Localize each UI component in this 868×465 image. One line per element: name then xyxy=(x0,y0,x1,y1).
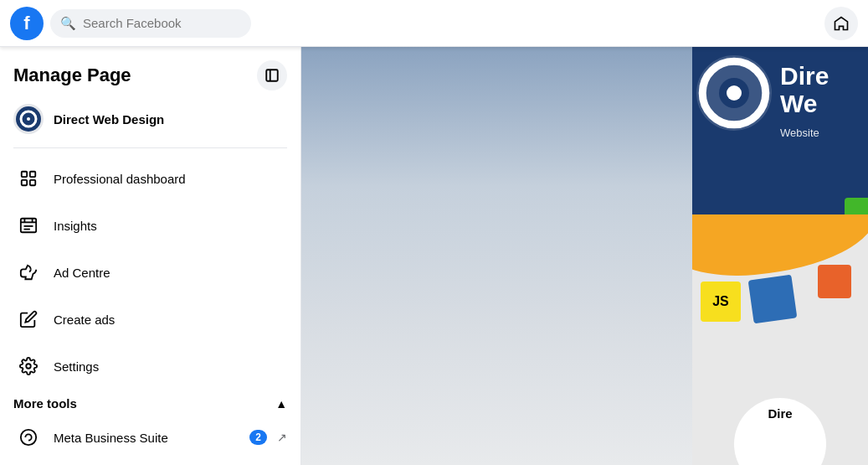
svg-point-18 xyxy=(26,364,31,369)
nav-professional-dashboard[interactable]: Professional dashboard xyxy=(7,155,294,202)
collapse-button[interactable] xyxy=(257,60,287,90)
home-icon xyxy=(833,15,850,32)
bottom-circle-text: Dire xyxy=(768,406,792,421)
dwd-title: Dire We xyxy=(780,62,829,117)
bottom-circle: Dire xyxy=(734,398,826,465)
external-link-icon: ↗ xyxy=(277,431,287,444)
main-layout: Manage Page Direct Web Design xyxy=(0,47,868,465)
topbar: f 🔍 xyxy=(0,0,868,47)
meta-business-suite-label: Meta Business Suite xyxy=(54,431,239,445)
svg-point-24 xyxy=(727,85,742,101)
create-ads-icon xyxy=(13,304,44,334)
orange-box xyxy=(818,265,851,298)
more-tools-header[interactable]: More tools ▲ xyxy=(7,390,294,414)
js-badge: JS xyxy=(701,282,741,322)
svg-point-7 xyxy=(27,117,30,121)
sidebar-header: Manage Page xyxy=(7,57,294,97)
search-bar[interactable]: 🔍 xyxy=(50,9,251,38)
search-input[interactable] xyxy=(83,16,241,30)
svg-rect-9 xyxy=(30,172,35,177)
professional-dashboard-icon xyxy=(13,163,44,194)
nav-create-ads[interactable]: Create ads xyxy=(7,296,294,343)
settings-icon xyxy=(13,351,44,381)
more-tools-label: More tools xyxy=(13,396,77,411)
facebook-logo[interactable]: f xyxy=(10,7,44,40)
nav-ad-centre[interactable]: Ad Centre xyxy=(7,249,294,296)
sidebar-title: Manage Page xyxy=(13,65,131,86)
create-ads-label: Create ads xyxy=(54,313,115,327)
svg-rect-2 xyxy=(266,70,278,81)
insights-icon xyxy=(13,210,44,240)
meta-business-suite-item[interactable]: Meta Business Suite 2 ↗ xyxy=(7,414,294,461)
svg-rect-10 xyxy=(22,180,27,185)
notification-badge: 2 xyxy=(249,430,267,445)
blue-box xyxy=(748,275,798,324)
page-name: Direct Web Design xyxy=(54,112,164,127)
svg-text:f: f xyxy=(23,13,30,34)
chevron-up-icon: ▲ xyxy=(275,397,287,411)
right-panel: Dire We Website JS xyxy=(692,47,868,465)
divider xyxy=(13,147,287,148)
topbar-left: f 🔍 xyxy=(10,7,251,40)
dwd-subtitle: Website xyxy=(780,127,819,139)
sidebar: Manage Page Direct Web Design xyxy=(0,47,301,465)
collapse-icon xyxy=(265,68,280,83)
page-avatar xyxy=(13,104,44,134)
dwd-banner: Dire We Website JS xyxy=(692,47,868,465)
settings-label: Settings xyxy=(54,359,99,374)
search-icon: 🔍 xyxy=(60,16,76,31)
svg-point-19 xyxy=(21,430,36,445)
ad-centre-icon xyxy=(13,257,44,287)
svg-rect-11 xyxy=(30,180,35,185)
content-area: Dire We Website JS xyxy=(301,47,868,465)
ad-centre-label: Ad Centre xyxy=(54,266,110,280)
home-button[interactable] xyxy=(824,7,858,40)
professional-dashboard-label: Professional dashboard xyxy=(54,172,186,186)
dwd-logo xyxy=(696,55,772,131)
nav-settings[interactable]: Settings xyxy=(7,343,294,390)
insights-label: Insights xyxy=(54,219,97,233)
svg-rect-8 xyxy=(22,172,27,177)
nav-insights[interactable]: Insights xyxy=(7,202,294,249)
page-profile[interactable]: Direct Web Design xyxy=(7,97,294,141)
meta-business-suite-icon xyxy=(13,422,44,452)
topbar-right xyxy=(824,7,858,40)
